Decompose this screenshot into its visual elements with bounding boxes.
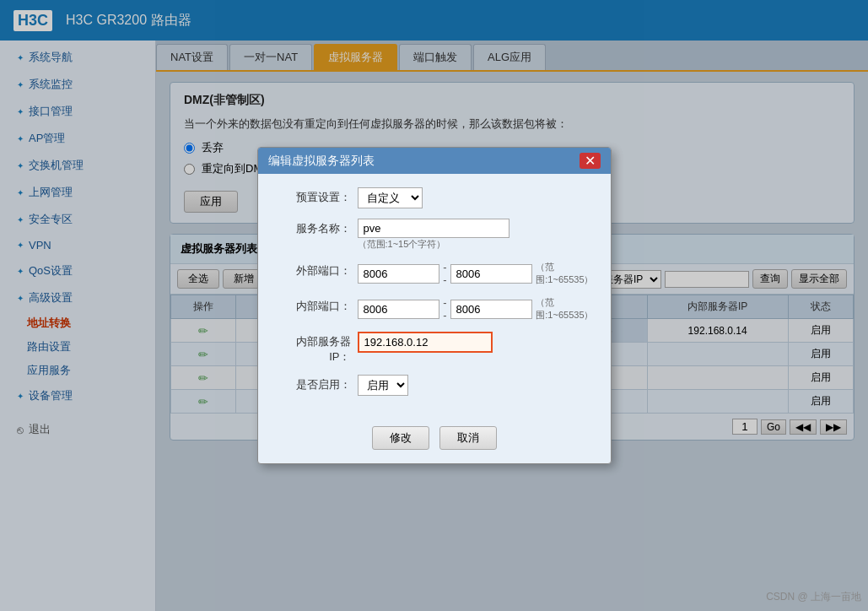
preset-row: 预置设置： 自定义 HTTP HTTPS FTP xyxy=(275,187,594,208)
ext-port-hint: （范围:1~65535） xyxy=(536,261,593,286)
save-button[interactable]: 修改 xyxy=(372,426,429,450)
port-sep-2: -- xyxy=(443,296,446,322)
enable-control: 启用 禁用 xyxy=(358,375,594,396)
ext-port-control: -- （范围:1~65535） xyxy=(358,261,594,286)
service-name-hint: （范围:1~15个字符） xyxy=(358,238,594,251)
preset-select[interactable]: 自定义 HTTP HTTPS FTP xyxy=(358,187,423,208)
ext-port-label: 外部端口： xyxy=(275,261,351,278)
modal-footer: 修改 取消 xyxy=(258,419,611,463)
service-name-control: （范围:1~15个字符） xyxy=(358,219,594,251)
enable-label: 是否启用： xyxy=(275,375,351,392)
preset-label: 预置设置： xyxy=(275,187,351,205)
port-sep-1: -- xyxy=(443,261,446,286)
server-ip-row: 内部服务器IP： xyxy=(275,332,594,365)
int-port-to-input[interactable] xyxy=(450,300,533,319)
server-ip-label: 内部服务器IP： xyxy=(275,332,351,365)
modal-backdrop: 编辑虚拟服务器列表 ✕ 预置设置： 自定义 HTTP HTTPS FTP 服务名… xyxy=(0,0,868,611)
enable-row: 是否启用： 启用 禁用 xyxy=(275,375,594,396)
service-name-row: 服务名称： （范围:1~15个字符） xyxy=(275,219,594,251)
int-port-row: 内部端口： -- （范围:1~65535） xyxy=(275,296,594,322)
cancel-button[interactable]: 取消 xyxy=(439,426,497,450)
modal-body: 预置设置： 自定义 HTTP HTTPS FTP 服务名称： （范围:1~15个… xyxy=(258,174,611,419)
int-port-label: 内部端口： xyxy=(275,296,351,314)
service-name-label: 服务名称： xyxy=(275,219,351,236)
watermark: CSDN @ 上海一亩地 xyxy=(766,590,861,604)
ext-port-from-input[interactable] xyxy=(358,264,440,284)
ext-port-row: 外部端口： -- （范围:1~65535） xyxy=(275,261,594,286)
service-name-input[interactable] xyxy=(358,219,509,238)
int-port-control: -- （范围:1~65535） xyxy=(358,296,594,322)
ext-port-to-input[interactable] xyxy=(450,264,533,284)
server-ip-control xyxy=(358,332,594,353)
preset-control: 自定义 HTTP HTTPS FTP xyxy=(358,187,594,208)
edit-modal: 编辑虚拟服务器列表 ✕ 预置设置： 自定义 HTTP HTTPS FTP 服务名… xyxy=(257,147,612,464)
int-port-from-input[interactable] xyxy=(358,300,440,319)
server-ip-input[interactable] xyxy=(358,332,493,353)
int-port-hint: （范围:1~65535） xyxy=(536,296,593,322)
enable-select[interactable]: 启用 禁用 xyxy=(358,375,408,396)
modal-header: 编辑虚拟服务器列表 ✕ xyxy=(258,148,611,174)
modal-close-button[interactable]: ✕ xyxy=(580,153,601,169)
modal-title: 编辑虚拟服务器列表 xyxy=(268,154,375,169)
